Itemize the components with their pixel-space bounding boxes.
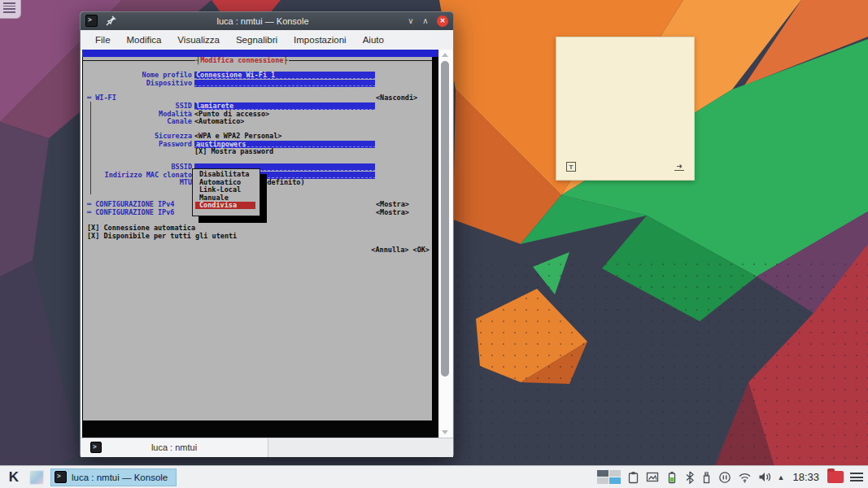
checkbox-disponibile-tutti[interactable]: [X] Disponibile per tutti gli utenti bbox=[87, 233, 237, 241]
dialog-buttons: <Annulla> <OK> bbox=[286, 246, 430, 255]
desktop-toolbox-icon[interactable] bbox=[0, 0, 21, 19]
field-label-canale: Canale bbox=[83, 118, 192, 125]
dialog-title: ┤Modifica connessione├ bbox=[195, 57, 289, 64]
input-ssid[interactable]: lamiarete bbox=[194, 102, 375, 110]
menu-file[interactable]: File bbox=[87, 30, 119, 50]
menu-visualizza[interactable]: Visualizza bbox=[169, 30, 228, 50]
usb-device-icon[interactable] bbox=[701, 471, 712, 484]
field-label-sicurezza: Sicurezza bbox=[83, 133, 192, 140]
tray-expander-icon[interactable]: ▲ bbox=[778, 473, 785, 481]
ipv4-method-dropdown: Disabilitata Automatico Link-Local Manua… bbox=[192, 168, 260, 216]
close-button[interactable]: ✕ bbox=[437, 15, 448, 27]
field-label-bssid: BSSID bbox=[83, 163, 192, 171]
wifi-icon[interactable] bbox=[738, 471, 752, 483]
menu-segnalibri[interactable]: Segnalibri bbox=[228, 30, 286, 50]
media-paused-icon[interactable] bbox=[718, 471, 731, 484]
clipboard-icon[interactable] bbox=[627, 471, 639, 484]
task-label: luca : nmtui — Konsole bbox=[72, 473, 168, 482]
scrollbar-thumb[interactable] bbox=[441, 61, 449, 377]
dropdown-item-disabilitata[interactable]: Disabilitata bbox=[199, 171, 249, 178]
scrollbar-down-icon[interactable] bbox=[442, 430, 448, 434]
folder-view-icon[interactable] bbox=[29, 470, 44, 485]
pin-icon[interactable] bbox=[105, 15, 116, 27]
minimize-button[interactable]: ∨ bbox=[404, 12, 417, 30]
clock[interactable]: 18:33 bbox=[791, 471, 821, 483]
pager-desktop-1[interactable] bbox=[597, 470, 608, 477]
konsole-window: > luca : nmtui — Konsole ∨ ∧ ✕ File Modi… bbox=[80, 11, 454, 456]
app-launcher-kde-icon[interactable]: K bbox=[3, 469, 24, 486]
field-label-nome-profilo: Nome profilo bbox=[83, 72, 192, 79]
taskbar-task-konsole[interactable]: > luca : nmtui — Konsole bbox=[50, 468, 177, 486]
nascondi-button[interactable]: <Nascondi> bbox=[376, 94, 417, 102]
select-canale[interactable]: <Automatico> bbox=[194, 118, 244, 126]
checkbox-mostra-password[interactable]: [X] Mostra password bbox=[194, 148, 273, 156]
dropdown-item-link-local[interactable]: Link-Local bbox=[199, 186, 241, 194]
battery-icon[interactable] bbox=[665, 471, 678, 484]
field-label-mac-clonato: Indirizzo MAC clonato bbox=[83, 172, 192, 179]
scrollbar-up-icon[interactable] bbox=[442, 53, 448, 57]
tab-label: luca : nmtui bbox=[81, 438, 268, 457]
tray-app-icon-red[interactable] bbox=[827, 471, 844, 483]
ipv6-section-header: ═ CONFIGURAZIONE IPv6 bbox=[87, 209, 174, 217]
tabbar: > luca : nmtui bbox=[81, 438, 453, 457]
maximize-button[interactable]: ∧ bbox=[419, 12, 432, 30]
field-label-mtu: MTU bbox=[83, 179, 192, 186]
tab-luca-nmtui[interactable]: > luca : nmtui bbox=[81, 438, 268, 457]
dropdown-item-condivisa-selected[interactable]: Condivisa bbox=[195, 202, 255, 210]
system-tray: ▲ 18:33 bbox=[597, 470, 868, 484]
konsole-task-icon: > bbox=[55, 471, 67, 483]
terminal-scrollbar[interactable] bbox=[438, 50, 452, 438]
titlebar[interactable]: > luca : nmtui — Konsole ∨ ∧ ✕ bbox=[81, 12, 453, 30]
pager-desktop-2[interactable] bbox=[609, 470, 621, 477]
nmtui-edit-connection-dialog: ┤Modifica connessione├ Nome profilo Conn… bbox=[83, 57, 432, 420]
field-label-password: Password bbox=[83, 141, 192, 148]
taskbar: K > luca : nmtui — Konsole bbox=[0, 465, 868, 488]
konsole-app-icon[interactable]: > bbox=[85, 15, 98, 27]
window-title: luca : nmtui — Konsole bbox=[129, 12, 396, 30]
note-format-icon[interactable]: T bbox=[566, 162, 576, 172]
image-viewer-icon[interactable] bbox=[646, 471, 659, 483]
menu-modifica[interactable]: Modifica bbox=[119, 30, 170, 50]
field-label-ssid: SSID bbox=[83, 102, 192, 110]
menubar: File Modifica Visualizza Segnalibri Impo… bbox=[81, 30, 453, 50]
field-label-dispositivo: Dispositivo bbox=[83, 80, 192, 87]
annulla-button[interactable]: <Annulla> bbox=[371, 246, 408, 254]
input-dispositivo[interactable] bbox=[194, 80, 375, 87]
menu-aiuto[interactable]: Aiuto bbox=[355, 30, 392, 50]
sticky-note-widget[interactable]: T bbox=[556, 37, 695, 181]
desktop: { "icons": { "prompt": ">", "chev_min": … bbox=[0, 0, 868, 488]
ok-button[interactable]: <OK> bbox=[413, 246, 430, 254]
ipv6-mostra-button[interactable]: <Mostra> bbox=[376, 209, 409, 217]
terminal-view[interactable]: ┤Modifica connessione├ Nome profilo Conn… bbox=[82, 50, 438, 438]
wifi-section-header: ═ WI-FI bbox=[87, 94, 116, 102]
pager-desktop-3[interactable] bbox=[597, 477, 608, 484]
virtual-desktop-pager[interactable] bbox=[597, 470, 621, 484]
input-nome-profilo[interactable]: Connessione Wi-Fi 1 bbox=[194, 72, 375, 79]
pager-desktop-4[interactable] bbox=[609, 477, 621, 484]
note-settings-icon[interactable] bbox=[674, 163, 685, 172]
volume-icon[interactable] bbox=[758, 471, 771, 483]
panel-settings-icon[interactable] bbox=[850, 473, 863, 481]
bluetooth-icon[interactable] bbox=[685, 471, 695, 484]
menu-impostazioni[interactable]: Impostazioni bbox=[286, 30, 355, 50]
